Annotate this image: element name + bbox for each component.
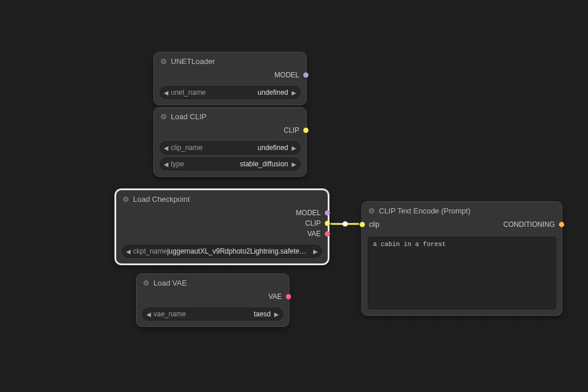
node-title-label: UNETLoader — [171, 57, 215, 66]
node-unet-loader[interactable]: UNETLoader MODEL ◀ unet_name undefined ▶ — [153, 52, 307, 105]
svg-point-0 — [343, 222, 348, 227]
chevron-left-icon: ◀ — [146, 311, 151, 318]
node-canvas[interactable]: UNETLoader MODEL ◀ unet_name undefined ▶… — [0, 0, 588, 392]
node-load-clip[interactable]: Load CLIP CLIP ◀ clip_name undefined ▶ ◀… — [153, 107, 307, 177]
node-load-vae[interactable]: Load VAE VAE ◀ vae_name taesd ▶ — [136, 273, 289, 327]
port-socket[interactable] — [325, 231, 330, 237]
port-socket[interactable] — [325, 221, 330, 226]
output-port-model[interactable]: MODEL — [161, 70, 299, 80]
chevron-left-icon: ◀ — [164, 145, 168, 151]
output-port-clip[interactable]: CLIP — [123, 218, 321, 229]
node-title[interactable]: Load VAE — [137, 274, 289, 290]
output-port-vae[interactable]: VAE — [123, 229, 321, 239]
node-title[interactable]: UNETLoader — [154, 52, 306, 69]
node-title[interactable]: CLIP Text Encode (Prompt) — [362, 202, 562, 218]
node-title[interactable]: Load CLIP — [154, 108, 306, 124]
node-status-dot — [123, 197, 128, 202]
chevron-right-icon: ▶ — [274, 311, 279, 318]
chevron-left-icon: ◀ — [164, 90, 168, 96]
output-port-vae[interactable]: VAE — [144, 291, 282, 302]
widget-unet-name[interactable]: ◀ unet_name undefined ▶ — [160, 86, 300, 99]
chevron-right-icon: ▶ — [292, 90, 296, 96]
node-status-dot — [161, 59, 166, 64]
chevron-right-icon: ▶ — [313, 248, 318, 255]
node-clip-text-encode[interactable]: CLIP Text Encode (Prompt) clip CONDITION… — [361, 201, 562, 316]
port-socket[interactable] — [360, 222, 365, 227]
node-title-label: Load CLIP — [171, 112, 206, 121]
node-title-label: CLIP Text Encode (Prompt) — [379, 206, 471, 215]
chevron-right-icon: ▶ — [292, 145, 296, 151]
widget-vae-name[interactable]: ◀ vae_name taesd ▶ — [142, 308, 283, 320]
node-status-dot — [161, 114, 166, 119]
widget-clip-name[interactable]: ◀ clip_name undefined ▶ — [160, 141, 300, 154]
widget-ckpt-name[interactable]: ◀ ckpt_name juggernautXL_v9Rdphoto2Light… — [122, 245, 322, 258]
prompt-textarea[interactable]: a cabin in a forest — [368, 237, 556, 309]
port-socket[interactable] — [559, 222, 564, 227]
node-title-label: Load Checkpoint — [133, 195, 190, 204]
node-title-label: Load VAE — [153, 279, 187, 287]
port-socket[interactable] — [325, 211, 330, 216]
node-status-dot — [144, 280, 149, 286]
node-load-checkpoint[interactable]: Load Checkpoint MODEL CLIP VAE ◀ ckpt_na… — [116, 190, 328, 264]
widget-clip-type[interactable]: ◀ type stable_diffusion ▶ — [160, 158, 300, 170]
output-port-model[interactable]: MODEL — [123, 208, 321, 218]
output-port-conditioning[interactable]: CONDITIONING — [462, 219, 555, 230]
chevron-left-icon: ◀ — [126, 248, 131, 255]
chevron-left-icon: ◀ — [164, 161, 168, 168]
chevron-right-icon: ▶ — [292, 161, 296, 168]
output-port-clip[interactable]: CLIP — [161, 125, 299, 136]
port-socket[interactable] — [303, 128, 309, 133]
input-port-clip[interactable]: clip — [369, 219, 462, 230]
node-title[interactable]: Load Checkpoint — [116, 190, 328, 206]
port-socket[interactable] — [303, 73, 309, 78]
node-status-dot — [369, 208, 374, 213]
port-socket[interactable] — [286, 294, 291, 300]
